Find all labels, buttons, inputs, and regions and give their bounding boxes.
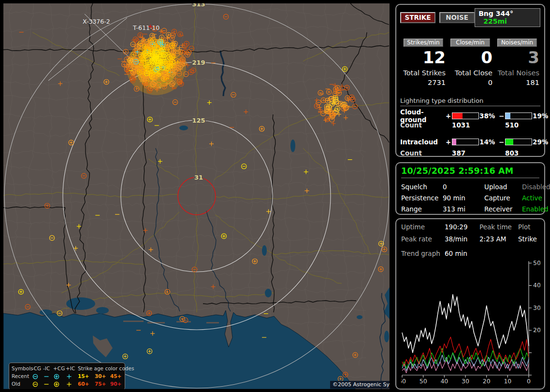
- peak-time-value: 2:23 AM: [479, 235, 518, 243]
- legend-header-row: Symbols -CG -IC +CG +IC Strike age color…: [12, 364, 123, 372]
- intracloud-count-row: Count 387 803: [400, 148, 540, 158]
- legend-symbols-label: Symbols: [12, 364, 32, 372]
- svg-text:10: 10: [504, 378, 511, 385]
- legend-age-title: Strike age color codes: [78, 364, 140, 372]
- uptime-grid: Uptime 190:29 Peak time Plot Peak rate 3…: [401, 223, 539, 243]
- svg-text:50: 50: [420, 378, 427, 385]
- plus-sign: +: [446, 112, 452, 120]
- squelch-value: 0: [443, 183, 484, 191]
- legend-ic-neg-label: -IC: [43, 364, 53, 372]
- cg-plus-pct: 38%: [479, 112, 499, 120]
- trend-graph: 203040506050403020100min: [401, 258, 540, 385]
- age-code: 15+: [78, 372, 95, 380]
- map-canvas: 31125219313X-3376-2T-611-10: [3, 3, 390, 389]
- ic-minus-bar: [505, 139, 532, 145]
- trend-graph-label: Trend graph: [401, 250, 445, 257]
- total-close-value: 0: [448, 79, 492, 86]
- stats-panel: STRIKE NOISE Bng 344° 225mi Strikes/min …: [395, 4, 545, 157]
- cg-count-label: Count: [400, 121, 452, 129]
- distribution-title: Lightning type distribution: [400, 97, 540, 106]
- peak-time-label: Peak time: [479, 223, 518, 231]
- svg-text:X-3376-2: X-3376-2: [83, 18, 110, 25]
- map-legend: Symbols -CG -IC +CG +IC Strike age color…: [9, 363, 125, 389]
- total-strikes-value: 2731: [401, 79, 446, 86]
- noises-per-min-value: 3: [495, 48, 539, 67]
- copyright-text: ©2005 Astrogenic Systems: [330, 381, 390, 389]
- capture-label: Capture: [484, 194, 522, 202]
- uptime-value: 190:29: [445, 223, 479, 231]
- svg-text:219: 219: [192, 59, 205, 66]
- squelch-label: Squelch: [401, 183, 443, 191]
- svg-text:31: 31: [194, 174, 203, 181]
- strikes-per-min-button[interactable]: Strikes/min: [404, 39, 444, 47]
- close-column: Close/min 0 Total Close 0: [448, 39, 492, 86]
- datetime-display: 10/25/2025 2:59:16 AM: [401, 166, 539, 178]
- legend-cg-neg-label: -CG: [32, 364, 43, 372]
- uptime-label: Uptime: [401, 223, 445, 231]
- legend-cg-pos-label: +CG: [53, 364, 66, 372]
- cg-plus-count: 1031: [452, 121, 505, 129]
- minus-sign: −: [499, 138, 505, 146]
- ic-minus-pct: 29%: [533, 138, 550, 146]
- cloud-ground-count-row: Count 1031 510: [400, 120, 540, 130]
- positive-ic-symbol-icon: [66, 372, 78, 380]
- close-per-min-value: 0: [448, 48, 492, 67]
- persistence-label: Persistence: [401, 194, 443, 202]
- peak-rate-label: Peak rate: [401, 235, 445, 243]
- range-label: Range: [401, 205, 443, 213]
- svg-text:40: 40: [533, 281, 540, 289]
- lightning-map[interactable]: 31125219313X-3376-2T-611-10 Symbols -CG …: [3, 3, 390, 389]
- svg-text:60: 60: [401, 378, 406, 385]
- strike-mode-button[interactable]: STRIKE: [400, 12, 435, 23]
- trend-graph-value: 60 min: [445, 250, 539, 257]
- svg-text:313: 313: [192, 3, 205, 8]
- age-code: 60+: [78, 380, 95, 388]
- intracloud-label: Intracloud: [400, 138, 446, 146]
- noises-column: Noises/min 3 Total Noises 181: [495, 39, 539, 86]
- bearing-value: Bng 344°: [478, 10, 513, 17]
- svg-text:20: 20: [533, 326, 540, 334]
- negative-ic-symbol-icon: [43, 380, 53, 388]
- rate-columns: Strikes/min 12 Total Strikes 2731 Close/…: [400, 39, 540, 86]
- positive-cg-symbol-icon: [53, 372, 66, 380]
- ic-count-label: Count: [400, 149, 452, 157]
- intracloud-row: Intracloud + 14% − 29%: [400, 136, 540, 148]
- svg-text:125: 125: [192, 117, 205, 124]
- ic-plus-pct: 14%: [479, 138, 499, 146]
- nexstorm-window: { "toolbar": { "strike_label": "STRIKE",…: [0, 0, 550, 392]
- svg-text:T-611-10: T-611-10: [132, 24, 159, 31]
- svg-text:50: 50: [533, 259, 540, 266]
- strikes-column: Strikes/min 12 Total Strikes 2731: [401, 39, 446, 86]
- ic-plus-bar: [452, 139, 479, 145]
- close-per-min-button[interactable]: Close/min: [450, 39, 491, 47]
- svg-text:30: 30: [462, 378, 469, 385]
- capture-value: Active: [522, 194, 550, 202]
- age-code: 75+: [95, 380, 110, 388]
- negative-ic-symbol-icon: [43, 372, 53, 380]
- total-noises-label: Total Noises: [495, 69, 539, 77]
- legend-row-label: Recent: [12, 372, 32, 380]
- noise-mode-button[interactable]: NOISE: [439, 12, 475, 23]
- plus-sign: +: [446, 138, 452, 146]
- age-code: 90+: [110, 380, 126, 388]
- cg-minus-pct: 19%: [533, 112, 550, 120]
- noises-per-min-button[interactable]: Noises/min: [497, 39, 537, 47]
- ic-minus-count: 803: [505, 149, 540, 157]
- trend-graph-row: Trend graph 60 min: [401, 250, 539, 257]
- total-strikes-label: Total Strikes: [401, 69, 446, 77]
- upload-value: Disabled: [522, 183, 550, 191]
- bearing-indicator: Bng 344° 225mi: [475, 8, 540, 27]
- receiver-label: Receiver: [484, 205, 522, 213]
- legend-row-recent: Recent15+30+45+: [12, 372, 123, 380]
- legend-row-old: Old60+75+90+: [12, 380, 123, 388]
- uptime-panel: Uptime 190:29 Peak time Plot Peak rate 3…: [395, 218, 545, 390]
- receiver-value: Enabled: [522, 205, 550, 213]
- cg-minus-count: 510: [505, 121, 540, 129]
- svg-text:30: 30: [533, 304, 540, 311]
- cloud-ground-row: Cloud-ground + 38% − 19%: [400, 108, 540, 120]
- cg-plus-bar: [452, 112, 479, 119]
- lightning-distribution: Lightning type distribution Cloud-ground…: [400, 97, 540, 158]
- svg-text:0: 0: [527, 378, 531, 385]
- bearing-distance: 225mi: [483, 17, 507, 25]
- svg-text:20: 20: [483, 378, 491, 385]
